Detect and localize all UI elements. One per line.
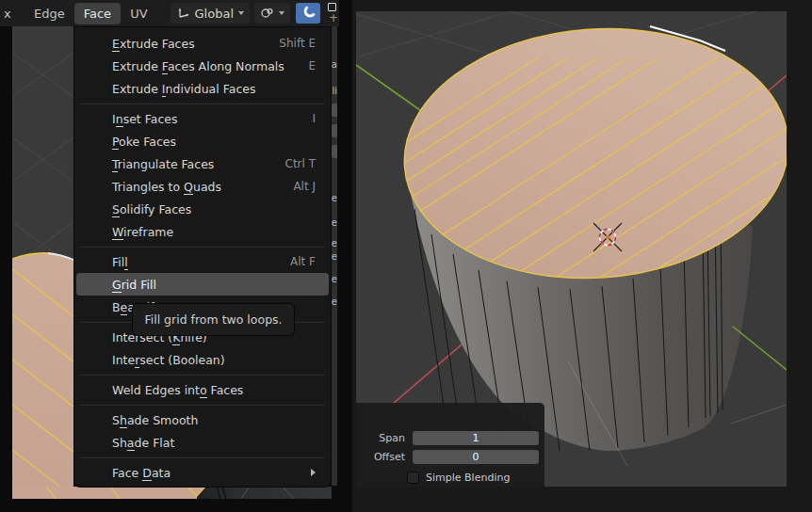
menu-separator [80, 104, 325, 104]
viewport-3d[interactable]: Span 1 Offset 0 Simple Blending [356, 11, 787, 487]
menu-item-label: Face Data [112, 466, 171, 480]
chevron-down-icon [238, 11, 244, 15]
menu-item-label: Weld Edges into Faces [112, 383, 243, 397]
menu-item-label: Fill [112, 255, 128, 269]
clipped-text-fragment: 1e [332, 239, 337, 248]
clipped-text-fragment: Me [332, 275, 337, 284]
offset-label: Offset [356, 451, 413, 463]
left-grid [12, 53, 73, 266]
tooltip: Fill grid from two loops. [132, 303, 295, 336]
left-selected-face [12, 253, 73, 499]
clipped-header-icons: + [328, 3, 337, 25]
menu-item-label: Shade Flat [112, 436, 174, 450]
menu-face[interactable]: Face [74, 3, 121, 24]
menu-item-wireframe[interactable]: Wireframe [76, 220, 329, 243]
menu-item-intersect-boolean[interactable]: Intersect (Boolean) [76, 348, 329, 371]
menu-item-grid-fill[interactable]: Grid Fill [76, 273, 329, 296]
menu-item-label: Triangulate Faces [112, 157, 214, 171]
menu-item-label: Wireframe [112, 225, 173, 239]
submenu-arrow-icon [311, 469, 316, 476]
clipped-plus-icon: + [329, 13, 337, 23]
chevron-down-icon [279, 11, 284, 15]
clipped-text-fragment: e [332, 252, 337, 262]
span-row: Span 1 [356, 430, 544, 445]
menu-item-label: Grid Fill [112, 278, 156, 292]
offset-row: Offset 0 [356, 449, 544, 464]
clipped-square-icon [328, 3, 336, 11]
left-viewport-strip[interactable] [12, 26, 73, 499]
snap-toggle-button[interactable] [296, 3, 320, 24]
menu-item-label: Triangles to Quads [112, 180, 221, 194]
simple-blending-checkbox[interactable] [407, 472, 419, 484]
left-viewport-bottom-sliver [12, 486, 332, 499]
magnet-icon [300, 6, 316, 21]
span-label: Span [356, 432, 413, 444]
simple-blending-label: Simple Blending [426, 472, 510, 484]
y-axis-line [356, 65, 427, 115]
menu-item-label: Solidify Faces [112, 202, 191, 216]
menu-item-extrude-faces-along-normals[interactable]: Extrude Faces Along NormalsE [76, 55, 329, 77]
clipped-text-fragment: Me [332, 297, 337, 307]
menu-uv[interactable]: UV [121, 3, 156, 24]
menu-item-fill[interactable]: FillAlt F [76, 250, 329, 273]
menu-item-shortcut: E [308, 59, 316, 72]
menu-item-face-data[interactable]: Face Data [76, 461, 329, 484]
menu-separator [80, 247, 325, 248]
clipped-text-fragment: li [332, 87, 337, 96]
menu-item-shade-flat[interactable]: Shade Flat [76, 431, 329, 454]
menu-item-label: Extrude Individual Faces [112, 82, 256, 96]
y-axis-line-front [733, 327, 787, 370]
menu-item-label: Poke Faces [112, 135, 176, 149]
pivot-point-dropdown[interactable] [254, 3, 290, 24]
menu-item-shortcut: Alt J [293, 180, 316, 193]
orientation-label: Global [195, 7, 234, 21]
transform-orientation-dropdown[interactable]: Global [171, 3, 250, 24]
x-axis-line-far [768, 75, 787, 91]
clipped-text-fragment: Me [332, 218, 337, 228]
menu-item-extrude-faces[interactable]: Extrude FacesShift E [76, 32, 329, 55]
pivot-point-icon [260, 7, 274, 20]
left-strip-scene [12, 26, 73, 499]
menu-edge[interactable]: Edge [24, 3, 74, 24]
menu-item-shortcut: Shift E [279, 37, 316, 50]
menu-item-weld-edges-into-faces[interactable]: Weld Edges into Faces [76, 378, 329, 401]
operator-panel: Span 1 Offset 0 Simple Blending [356, 403, 544, 487]
menu-separator [80, 405, 325, 406]
menu-item-label: Shade Smooth [112, 413, 198, 427]
menu-item-shortcut: Ctrl T [285, 157, 317, 170]
orientation-axes-icon [176, 7, 190, 20]
menu-item-poke-faces[interactable]: Poke Faces [76, 130, 329, 152]
menu-item-shortcut: I [312, 112, 316, 125]
menu-item-extrude-individual-faces[interactable]: Extrude Individual Faces [76, 77, 329, 100]
header-bar: x Edge Face UV Global [0, 0, 339, 26]
menu-separator [80, 457, 325, 458]
tooltip-text: Fill grid from two loops. [144, 312, 282, 327]
simple-blending-row: Simple Blending [356, 470, 544, 485]
clipped-sidebar-column: raliieMe1eeMeMe [332, 26, 337, 486]
menu-item-label: Extrude Faces Along Normals [112, 59, 284, 73]
menu-item-shade-smooth[interactable]: Shade Smooth [76, 408, 329, 431]
menu-item-label: Extrude Faces [112, 37, 195, 51]
menu-item-solidify-faces[interactable]: Solidify Faces [76, 198, 329, 220]
menu-item-triangulate-faces[interactable]: Triangulate FacesCtrl T [76, 152, 329, 175]
clipped-text-fragment: ra [332, 60, 337, 70]
menu-item-inset-faces[interactable]: Inset FacesI [76, 107, 329, 130]
menu-item-label: Intersect (Boolean) [112, 353, 225, 367]
menu-vertex-clipped[interactable]: x [4, 7, 17, 21]
menu-separator [80, 375, 325, 376]
clipped-text-fragment: ie [332, 194, 337, 203]
span-field[interactable]: 1 [413, 431, 539, 445]
offset-field[interactable]: 0 [413, 450, 539, 464]
face-menu: Extrude FacesShift EExtrude Faces Along … [73, 27, 332, 488]
menu-item-label: Inset Faces [112, 112, 177, 126]
menu-item-shortcut: Alt F [290, 255, 316, 268]
menu-item-triangles-to-quads[interactable]: Triangles to QuadsAlt J [76, 175, 329, 198]
